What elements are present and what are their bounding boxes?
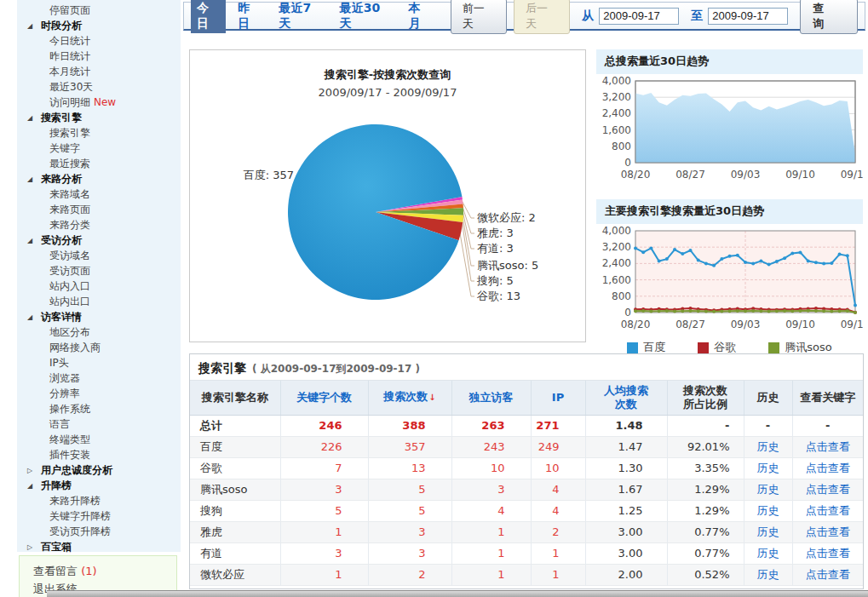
svg-text:1,600: 1,600 — [602, 124, 631, 136]
history-link[interactable]: 历史 — [757, 483, 779, 496]
sidebar-item-站内入口[interactable]: 站内入口 — [17, 278, 181, 294]
sidebar-item-关键字升降榜[interactable]: 关键字升降榜 — [17, 508, 181, 524]
sidebar-item-关键字[interactable]: 关键字 — [17, 141, 181, 156]
prev-day-button[interactable]: 前一天 — [451, 0, 507, 34]
history-link[interactable]: 历史 — [757, 440, 779, 453]
tab-昨日[interactable]: 昨日 — [232, 0, 267, 33]
column-header-搜索次数所占比例: 搜索次数 所占比例 — [667, 381, 744, 415]
sidebar-item-站内出口[interactable]: 站内出口 — [17, 294, 181, 309]
search-count: 2 — [368, 564, 451, 585]
sidebar-item-搜索引擎[interactable]: ◢搜索引擎 — [17, 110, 181, 125]
view-keywords-link[interactable]: 点击查看 — [806, 483, 850, 496]
sidebar-item-label: 分辨率 — [49, 387, 80, 399]
column-header-关键字个数[interactable]: 关键字个数 — [280, 381, 368, 415]
sidebar-item-时段分析[interactable]: ◢时段分析 — [17, 18, 181, 33]
table-body: 总计2463882632711.48---百度2263572432491.479… — [190, 415, 863, 585]
sidebar-item-label: 最近30天 — [49, 81, 93, 93]
column-header-搜索引擎名称: 搜索引擎名称 — [190, 381, 280, 415]
sidebar-item-受访页面[interactable]: 受访页面 — [17, 263, 181, 278]
sidebar-item-受访分析[interactable]: ◢受访分析 — [17, 232, 181, 248]
sidebar-item-搜索引擎[interactable]: 搜索引擎 — [17, 125, 181, 141]
ip-count: 1 — [531, 564, 585, 585]
collapsed-arrow-icon: ▷ — [27, 540, 41, 555]
history-link[interactable]: 历史 — [757, 568, 779, 581]
sidebar-item-操作系统[interactable]: 操作系统 — [17, 401, 181, 416]
from-date-input[interactable] — [599, 8, 679, 25]
view-keywords-link[interactable]: 点击查看 — [806, 568, 850, 581]
tab-今日[interactable]: 今日 — [191, 0, 226, 33]
sidebar-item-受访页升降榜[interactable]: 受访页升降榜 — [17, 524, 181, 539]
sidebar-item-来路页面[interactable]: 来路页面 — [17, 202, 181, 217]
total-search-trend-chart: 4,0003,2002,4001,600800008/2008/2709/030… — [596, 74, 863, 188]
sidebar-menu: 停留页面◢时段分析今日统计昨日统计本月统计最近30天访问明细New◢搜索引擎搜索… — [17, 3, 181, 554]
sidebar-item-终端类型[interactable]: 终端类型 — [17, 432, 181, 447]
sidebar-item-访问明细[interactable]: 访问明细New — [17, 95, 181, 110]
horizontal-scrollbar[interactable] — [47, 590, 868, 597]
svg-text:0: 0 — [624, 307, 631, 319]
sidebar-item-本月统计[interactable]: 本月统计 — [17, 64, 181, 79]
sidebar-item-访客详情[interactable]: ◢访客详情 — [17, 309, 181, 324]
tab-最近30天[interactable]: 最近30天 — [334, 0, 397, 33]
svg-text:09/17: 09/17 — [841, 169, 863, 181]
sidebar-item-网络接入商[interactable]: 网络接入商 — [17, 340, 181, 355]
sidebar-item-用户忠诚度分析[interactable]: ▷用户忠诚度分析 — [17, 462, 181, 478]
view-keywords-link[interactable]: 点击查看 — [806, 525, 850, 538]
sidebar-item-插件安装[interactable]: 插件安装 — [17, 447, 181, 462]
sidebar-item-来路分类[interactable]: 来路分类 — [17, 217, 181, 232]
sidebar-item-百宝箱[interactable]: ▷百宝箱 — [17, 539, 181, 554]
sidebar-item-浏览器[interactable]: 浏览器 — [17, 370, 181, 386]
avg-searches: 1.67 — [585, 479, 667, 500]
history-link[interactable]: 历史 — [757, 547, 779, 560]
sidebar-item-受访域名[interactable]: 受访域名 — [17, 248, 181, 263]
sidebar-item-来路分析[interactable]: ◢来路分析 — [17, 171, 181, 187]
next-day-button[interactable]: 后一天 — [514, 0, 570, 34]
svg-text:800: 800 — [612, 290, 631, 302]
view-keywords-link[interactable]: 点击查看 — [806, 547, 850, 560]
sidebar-item-停留页面[interactable]: 停留页面 — [17, 3, 181, 18]
column-header-IP[interactable]: IP — [531, 381, 585, 415]
history-link[interactable]: 历史 — [757, 504, 779, 517]
table-row-有道: 有道33113.000.77%历史点击查看 — [190, 542, 863, 564]
view-messages-link[interactable]: 查看留言 (1) — [33, 562, 176, 580]
avg-searches: 3.00 — [585, 521, 667, 542]
view-keywords-link[interactable]: 点击查看 — [806, 504, 850, 517]
tab-最近7天[interactable]: 最近7天 — [273, 0, 327, 33]
sidebar-item-最近30天[interactable]: 最近30天 — [17, 79, 181, 95]
search-button[interactable]: 查 询 — [800, 0, 858, 34]
share-percent: 3.35% — [667, 457, 744, 479]
sidebar-item-最近搜索[interactable]: 最近搜索 — [17, 156, 181, 171]
view-keywords-link[interactable]: 点击查看 — [806, 462, 850, 474]
sidebar-item-今日统计[interactable]: 今日统计 — [17, 33, 181, 49]
avg-searches: 1.47 — [585, 436, 667, 457]
search-count: 3 — [368, 542, 451, 564]
view-keywords-link[interactable]: 点击查看 — [806, 440, 850, 453]
svg-text:1,600: 1,600 — [602, 274, 631, 286]
sidebar-item-地区分布[interactable]: 地区分布 — [17, 324, 181, 340]
sidebar-item-来路域名[interactable]: 来路域名 — [17, 187, 181, 202]
page: 停留页面◢时段分析今日统计昨日统计本月统计最近30天访问明细New◢搜索引擎搜索… — [0, 0, 868, 597]
search-engine-table: 搜索引擎名称关键字个数搜索次数↓独立访客IP人均搜索 次数搜索次数 所占比例历史… — [190, 381, 863, 586]
history-link[interactable]: 历史 — [757, 525, 779, 538]
view-keywords-cell: 点击查看 — [792, 542, 863, 564]
sidebar-item-升降榜[interactable]: ◢升降榜 — [17, 478, 181, 493]
sidebar-item-来路升降榜[interactable]: 来路升降榜 — [17, 493, 181, 508]
view-keywords-cell: - — [792, 415, 863, 436]
sidebar-item-分辨率[interactable]: 分辨率 — [17, 386, 181, 401]
tab-本月[interactable]: 本月 — [402, 0, 437, 33]
svg-text:谷歌: 13: 谷歌: 13 — [477, 290, 520, 302]
sidebar-item-label: 插件安装 — [49, 449, 90, 461]
pie-chart-subtitle: 2009/09/17 - 2009/09/17 — [190, 86, 585, 99]
history-cell: 历史 — [744, 457, 792, 479]
to-date-input[interactable] — [708, 8, 788, 25]
column-header-独立访客[interactable]: 独立访客 — [451, 381, 531, 415]
search-count: 357 — [368, 436, 451, 457]
sidebar-item-label: 用户忠诚度分析 — [41, 464, 112, 476]
sidebar-item-语言[interactable]: 语言 — [17, 416, 181, 432]
history-link[interactable]: 历史 — [757, 462, 779, 474]
column-header-搜索次数[interactable]: 搜索次数↓ — [368, 381, 451, 415]
collapsed-arrow-icon: ▷ — [27, 463, 41, 479]
sidebar-item-昨日统计[interactable]: 昨日统计 — [17, 49, 181, 64]
avg-searches: 1.25 — [585, 500, 667, 521]
sidebar-item-IP头[interactable]: IP头 — [17, 355, 181, 370]
column-header-人均搜索次数[interactable]: 人均搜索 次数 — [585, 381, 667, 415]
